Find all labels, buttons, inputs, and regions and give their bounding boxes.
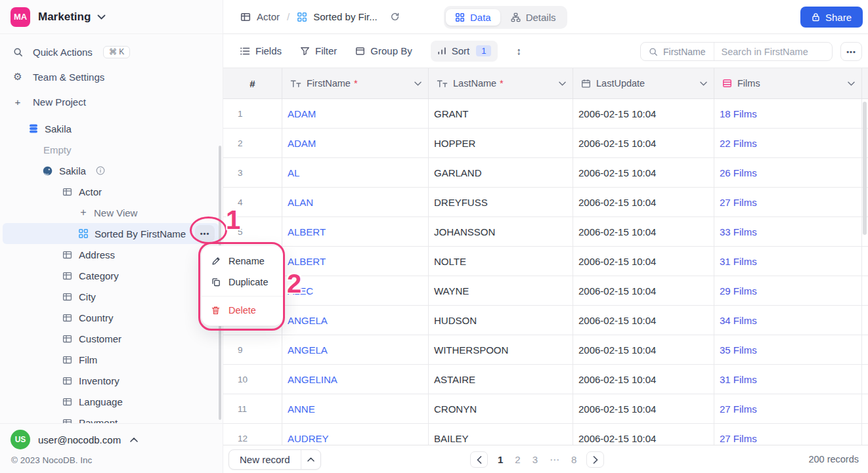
context-menu-duplicate[interactable]: Duplicate [202,272,283,293]
cell-lastname[interactable]: CRONYN [429,394,573,423]
page-number[interactable]: ⋯ [550,454,559,466]
cell-lastupdate[interactable]: 2006-02-15 10:04 [573,306,714,335]
sidebar-table-item[interactable]: Customer [0,328,223,349]
info-icon[interactable] [96,166,105,175]
cell-firstname[interactable]: ALEC [282,276,429,305]
search-input[interactable] [714,47,852,57]
cell-firstname[interactable]: ALBERT [282,247,429,276]
page-number[interactable]: 8 [571,454,576,465]
cell-lastname[interactable]: WAYNE [429,276,573,305]
sidebar-table-item[interactable]: City [0,286,223,307]
cell-firstname[interactable]: AUDREY [282,424,429,445]
cell-lastname[interactable]: NOLTE [429,247,573,276]
groupby-button[interactable]: Group By [355,45,412,56]
sidebar-view-item-selected[interactable]: Sorted By FirstName ••• [3,223,219,244]
chevron-up-icon[interactable] [301,450,320,469]
cell-films-link[interactable]: 33 Films [714,217,862,246]
page-number[interactable]: 2 [515,454,520,465]
chevron-down-icon[interactable] [700,81,707,86]
cell-lastupdate[interactable]: 2006-02-15 10:04 [573,335,714,364]
cell-firstname[interactable]: ANGELINA [282,365,429,394]
row-height-icon[interactable]: ↕ [516,45,521,56]
search-field-selector[interactable]: FirstName [641,43,714,60]
share-button[interactable]: Share [800,7,863,28]
cell-films-link[interactable]: 29 Films [714,276,862,305]
empty-node[interactable]: Empty [0,139,223,160]
cell-films-link[interactable]: 22 Films [714,129,862,157]
cell-lastupdate[interactable]: 2006-02-15 10:04 [573,158,714,187]
cell-lastname[interactable]: GARLAND [429,158,573,187]
column-header-lastname[interactable]: LastName * [429,68,573,98]
next-page-button[interactable] [586,451,604,468]
tab-data[interactable]: Data [446,9,500,26]
new-view-item[interactable]: + New View [0,202,223,223]
column-header-firstname[interactable]: FirstName * [282,68,429,98]
user-menu[interactable]: US user@nocodb.com [0,424,223,449]
cell-lastname[interactable]: DREYFUSS [429,188,573,216]
cell-films-link[interactable]: 18 Films [714,99,862,128]
sidebar-table-item-actor[interactable]: Actor [0,181,223,202]
view-options-button[interactable]: ••• [195,225,215,242]
prev-page-button[interactable] [470,451,488,468]
cell-lastname[interactable]: JOHANSSON [429,217,573,246]
sidebar-table-item[interactable]: Category [0,265,223,286]
cell-films-link[interactable]: 27 Films [714,188,862,216]
cell-firstname[interactable]: ADAM [282,99,429,128]
sidebar-table-item[interactable]: Language [0,391,223,412]
cell-firstname[interactable]: ANGELA [282,306,429,335]
chevron-down-icon[interactable] [414,81,422,86]
column-header-lastupdate[interactable]: LastUpdate [573,68,714,98]
sidebar-table-item[interactable]: Payment [0,412,223,423]
context-menu-delete[interactable]: Delete [202,300,283,321]
cell-lastupdate[interactable]: 2006-02-15 10:04 [573,247,714,276]
cell-films-link[interactable]: 31 Films [714,247,862,276]
cell-firstname[interactable]: ADAM [282,129,429,157]
cell-lastupdate[interactable]: 2006-02-15 10:04 [573,129,714,157]
workspace-switcher[interactable]: MA Marketing [0,0,223,34]
cell-lastupdate[interactable]: 2006-02-15 10:04 [573,365,714,394]
chevron-down-icon[interactable] [559,81,566,86]
page-number[interactable]: 3 [532,454,538,465]
filter-button[interactable]: Filter [300,45,337,56]
cell-firstname[interactable]: ALAN [282,188,429,216]
cell-lastname[interactable]: GRANT [429,99,573,128]
sidebar-table-item[interactable]: Inventory [0,370,223,391]
cell-films-link[interactable]: 35 Films [714,335,862,364]
new-project-item[interactable]: + New Project [0,89,223,114]
cell-lastname[interactable]: ASTAIRE [429,365,573,394]
context-menu-rename[interactable]: Rename [202,251,283,272]
sidebar-table-item[interactable]: Country [0,307,223,328]
cell-films-link[interactable]: 27 Films [714,424,862,445]
cell-lastupdate[interactable]: 2006-02-15 10:04 [573,188,714,216]
cell-firstname[interactable]: ALBERT [282,217,429,246]
refresh-icon[interactable] [390,12,400,22]
cell-films-link[interactable]: 31 Films [714,365,862,394]
cell-firstname[interactable]: ANNE [282,394,429,423]
sidebar-table-item[interactable]: Film [0,349,223,370]
tab-details[interactable]: Details [502,9,565,26]
cell-lastupdate[interactable]: 2006-02-15 10:04 [573,99,714,128]
fields-button[interactable]: Fields [240,45,282,56]
team-settings-item[interactable]: ⚙ Team & Settings [0,64,223,89]
cell-films-link[interactable]: 27 Films [714,394,862,423]
cell-lastupdate[interactable]: 2006-02-15 10:04 [573,217,714,246]
project-node[interactable]: Sakila [0,118,223,139]
cell-lastupdate[interactable]: 2006-02-15 10:04 [573,424,714,445]
toolbar-more-button[interactable]: ••• [840,42,862,61]
cell-films-link[interactable]: 34 Films [714,306,862,335]
sidebar-table-item[interactable]: Address [0,244,223,265]
page-number[interactable]: 1 [498,454,503,465]
grid-scrollbar[interactable] [863,102,867,235]
new-record-button[interactable]: New record [228,449,321,470]
cell-lastupdate[interactable]: 2006-02-15 10:04 [573,394,714,423]
cell-lastname[interactable]: BAILEY [429,424,573,445]
quick-actions-item[interactable]: Quick Actions ⌘ K [0,39,223,64]
cell-films-link[interactable]: 26 Films [714,158,862,187]
cell-lastname[interactable]: HOPPER [429,129,573,157]
cell-lastname[interactable]: WITHERSPOON [429,335,573,364]
cell-lastupdate[interactable]: 2006-02-15 10:04 [573,276,714,305]
cell-firstname[interactable]: ANGELA [282,335,429,364]
base-node[interactable]: Sakila [0,160,223,181]
breadcrumb-view[interactable]: Sorted by Fir... [297,11,378,22]
cell-firstname[interactable]: AL [282,158,429,187]
